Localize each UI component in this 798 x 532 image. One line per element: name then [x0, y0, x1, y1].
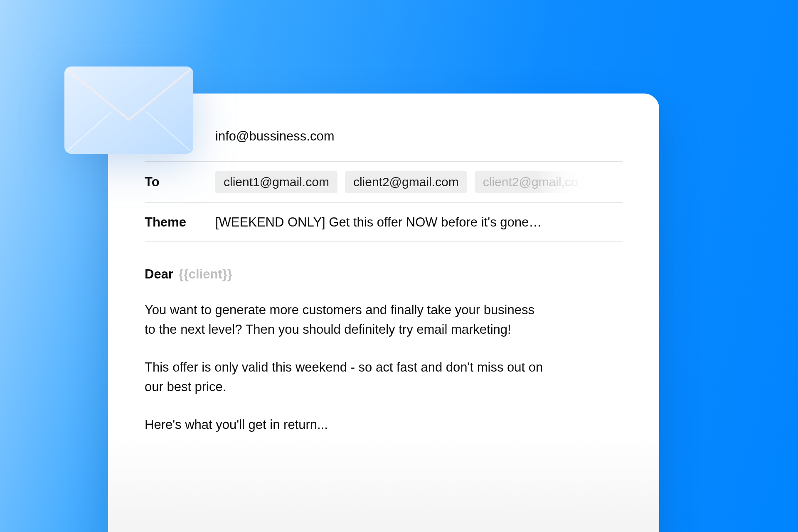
to-row[interactable]: To client1@gmail.com client2@gmail.com c… [145, 162, 623, 203]
email-body[interactable]: Dear {{client}} You want to generate mor… [145, 242, 623, 435]
recipient-chip[interactable]: client1@gmail.com [215, 171, 337, 193]
theme-label: Theme [145, 215, 215, 230]
salutation-prefix: Dear [145, 267, 173, 281]
body-paragraph: You want to generate more customers and … [145, 300, 548, 339]
from-row: info@bussiness.com [145, 123, 623, 162]
recipient-chip-overflow[interactable]: client2@gmail,co [475, 171, 586, 193]
to-label: To [145, 175, 215, 190]
svg-rect-0 [64, 66, 193, 154]
theme-row[interactable]: Theme [WEEKEND ONLY] Get this offer NOW … [145, 203, 623, 242]
recipient-chips: client1@gmail.com client2@gmail.com clie… [215, 171, 586, 193]
body-paragraph: Here's what you'll get in return... [145, 415, 548, 434]
compose-card: info@bussiness.com To client1@gmail.com … [108, 94, 659, 532]
envelope-icon [64, 66, 193, 154]
merge-tag-client[interactable]: {{client}} [179, 267, 232, 281]
from-address: info@bussiness.com [215, 129, 623, 144]
body-paragraph: This offer is only valid this weekend - … [145, 357, 548, 397]
salutation: Dear {{client}} [145, 267, 548, 282]
recipient-chip[interactable]: client2@gmail.com [345, 171, 467, 193]
subject-value[interactable]: [WEEKEND ONLY] Get this offer NOW before… [215, 215, 623, 230]
